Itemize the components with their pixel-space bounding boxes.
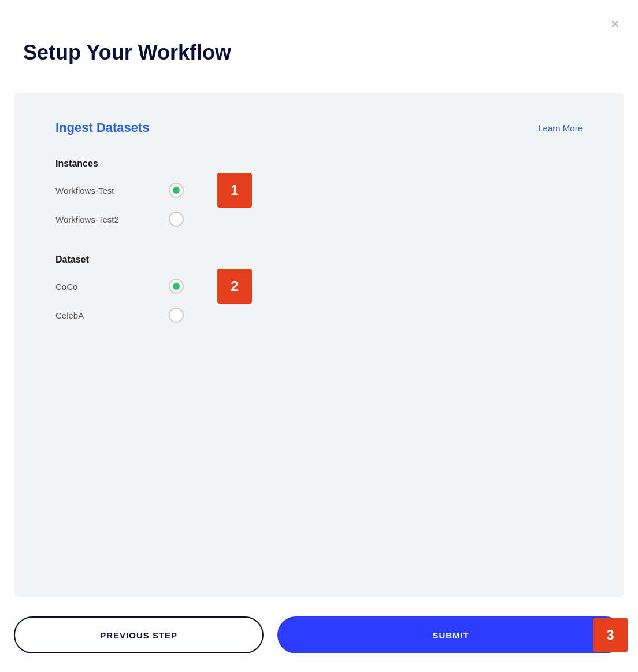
instance-1-radio[interactable] [169, 183, 184, 198]
footer-buttons: PREVIOUS STEP SUBMIT 3 [14, 616, 624, 653]
dataset-1-radio[interactable] [169, 279, 184, 294]
main-card: Ingest Datasets Learn More Instances Wor… [14, 93, 624, 597]
badge-3: 3 [593, 618, 628, 652]
list-item: CoCo 2 [55, 279, 583, 294]
list-item: Workflows-Test 1 [55, 183, 583, 198]
badge-2: 2 [217, 269, 252, 304]
instance-1-label: Workflows-Test [55, 186, 160, 195]
page-title: Setup Your Workflow [23, 40, 231, 65]
dataset-label: Dataset [55, 254, 583, 265]
badge-1: 1 [217, 173, 252, 208]
instance-2-radio[interactable] [169, 212, 184, 227]
dataset-2-label: CelebA [55, 311, 160, 320]
learn-more-link[interactable]: Learn More [538, 123, 583, 133]
card-title: Ingest Datasets [55, 120, 150, 135]
close-icon: × [611, 15, 620, 32]
dataset-section: Dataset CoCo 2 CelebA [55, 254, 583, 323]
close-button[interactable]: × [611, 16, 620, 31]
list-item: Workflows-Test2 [55, 212, 583, 227]
instance-2-label: Workflows-Test2 [55, 215, 160, 224]
dataset-1-label: CoCo [55, 282, 160, 291]
previous-step-button[interactable]: PREVIOUS STEP [14, 616, 264, 653]
submit-button[interactable]: SUBMIT [277, 616, 624, 653]
instances-label: Instances [55, 158, 583, 169]
list-item: CelebA [55, 308, 583, 323]
dataset-2-radio[interactable] [169, 308, 184, 323]
instances-section: Instances Workflows-Test 1 Workflows-Tes… [55, 158, 583, 227]
